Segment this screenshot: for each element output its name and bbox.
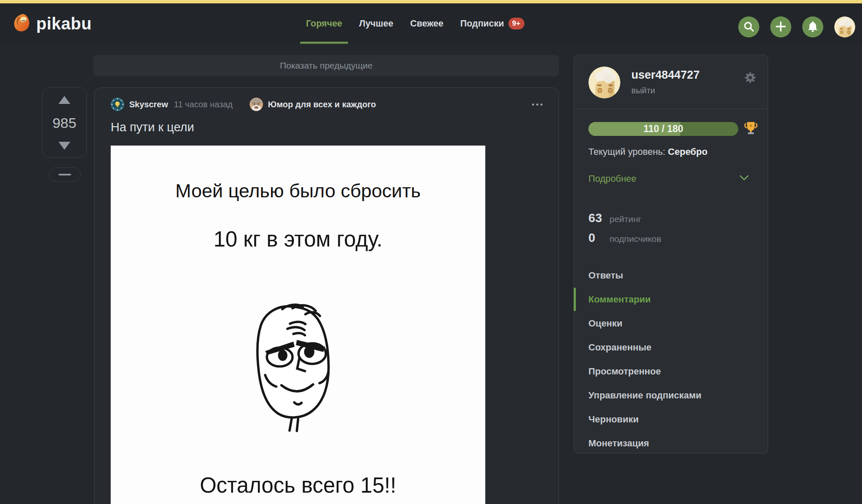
header-actions — [738, 7, 855, 47]
rating-label: рейтинг — [609, 214, 641, 224]
create-post-button[interactable] — [770, 16, 791, 37]
subscribers-value: 0 — [588, 231, 603, 245]
downvote-button[interactable] — [59, 142, 70, 150]
logo-text: pikabu — [36, 14, 92, 33]
current-level-value: Серебро — [668, 146, 708, 157]
author-name[interactable]: Skyscrew — [129, 100, 168, 109]
post-rating: 985 — [53, 115, 77, 131]
menu-item-ratings[interactable]: Оценки — [574, 311, 768, 335]
post-card: Skyscrew 11 часов назад — [94, 88, 559, 504]
meme-text-middle: 10 кг в этом году. — [213, 227, 383, 252]
post-menu-ellipsis-icon[interactable] — [530, 100, 544, 109]
user-stats: 63 рейтинг 0 подписчиков — [588, 211, 753, 245]
menu-item-comments[interactable]: Комментарии — [574, 287, 768, 311]
profile-sidebar: user4844727 выйти — [574, 55, 768, 454]
details-toggle[interactable]: Подробнее — [588, 173, 753, 184]
pikabu-page: pikabu Горячее Лучшее Свежее Подписки 9+ — [0, 0, 862, 504]
post-header: Skyscrew 11 часов назад — [95, 88, 559, 111]
profile-avatar[interactable] — [834, 16, 855, 37]
post-title[interactable]: На пути к цели — [111, 120, 543, 134]
minus-icon — [59, 174, 71, 175]
gear-icon — [745, 72, 756, 83]
post-time: 11 часов назад — [174, 100, 232, 109]
details-label: Подробнее — [588, 173, 636, 184]
subscriptions-count-badge: 9+ — [508, 18, 524, 29]
bell-icon — [806, 20, 819, 34]
menu-item-saved[interactable]: Сохраненные — [574, 335, 768, 359]
sidebar-avatar[interactable] — [588, 66, 620, 98]
tab-best[interactable]: Лучшее — [359, 3, 393, 44]
subscribers-stat: 0 подписчиков — [588, 231, 753, 245]
rating-stat: 63 рейтинг — [588, 211, 753, 225]
menu-item-manage-subscriptions[interactable]: Управление подписками — [574, 383, 768, 407]
show-previous-button[interactable]: Показать предыдущие — [93, 55, 559, 76]
logout-link[interactable]: выйти — [631, 86, 700, 95]
chevron-down-icon — [739, 175, 749, 183]
community-avatar[interactable] — [250, 98, 263, 111]
header: pikabu Горячее Лучшее Свежее Подписки 9+ — [0, 3, 862, 44]
tab-subscriptions[interactable]: Подписки 9+ — [460, 3, 524, 44]
main-nav: Горячее Лучшее Свежее Подписки 9+ — [306, 3, 524, 44]
plus-icon — [774, 20, 787, 34]
search-button[interactable] — [738, 16, 759, 37]
rage-face-illustration — [240, 299, 343, 434]
vote-widget: 985 — [42, 87, 87, 158]
subscribers-label: подписчиков — [609, 234, 661, 244]
settings-button[interactable] — [745, 72, 756, 85]
user-avatar-icon — [834, 16, 855, 37]
menu-item-drafts[interactable]: Черновики — [574, 407, 768, 431]
level-progress-label: 110 / 180 — [588, 122, 738, 136]
community-name[interactable]: Юмор для всех и каждого — [268, 100, 376, 109]
flame-icon — [12, 13, 31, 34]
current-level-line: Текущий уровень: Серебро — [588, 146, 753, 157]
level-progress-row: 110 / 180 — [574, 109, 768, 137]
post-image[interactable]: Моей целью было сбросить 10 кг в этом го… — [111, 146, 485, 504]
profile-menu: Ответы Комментарии Оценки Сохраненные Пр… — [574, 263, 768, 455]
meme-text-bottom: Осталось всего 15!! — [200, 473, 396, 498]
top-accent-strip — [0, 0, 862, 3]
hide-post-button[interactable] — [49, 167, 81, 182]
user-avatar-icon — [588, 66, 620, 98]
meme-text-top: Моей целью было сбросить — [176, 180, 421, 202]
author-avatar-icon — [111, 98, 124, 111]
notifications-button[interactable] — [802, 16, 823, 37]
menu-item-answers[interactable]: Ответы — [574, 263, 768, 287]
pikabu-logo[interactable]: pikabu — [12, 3, 92, 44]
level-progress-bar: 110 / 180 — [588, 122, 738, 136]
search-icon — [742, 20, 755, 34]
trophy-icon — [743, 120, 758, 137]
tab-fresh[interactable]: Свежее — [410, 3, 443, 44]
author-avatar[interactable] — [111, 98, 124, 111]
user-info: user4844727 выйти — [631, 66, 700, 98]
upvote-button[interactable] — [59, 96, 70, 104]
menu-item-viewed[interactable]: Просмотренное — [574, 359, 768, 383]
community-avatar-icon — [250, 98, 263, 111]
current-level-label: Текущий уровень: — [588, 146, 665, 157]
username[interactable]: user4844727 — [631, 69, 700, 82]
rating-value: 63 — [588, 211, 603, 225]
tab-hot[interactable]: Горячее — [306, 3, 342, 44]
user-row: user4844727 выйти — [574, 55, 768, 98]
menu-item-monetization[interactable]: Монетизация — [574, 431, 768, 455]
